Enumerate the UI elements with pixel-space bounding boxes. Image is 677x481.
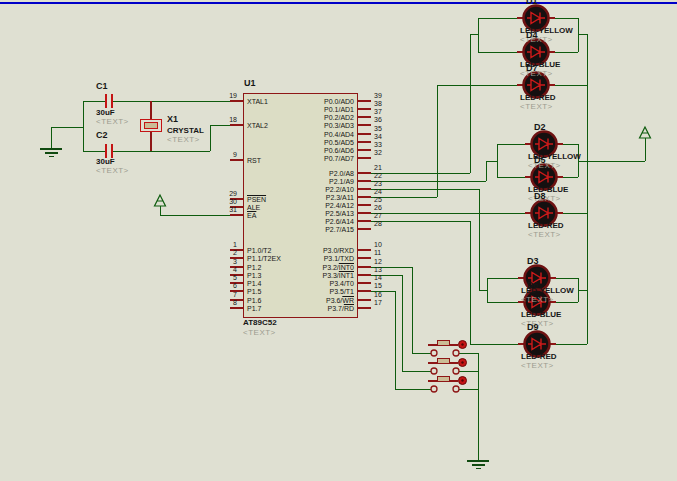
pin-name-right: P2.1/A9 — [250, 178, 354, 185]
pin-name-text: P2.2/A10 — [325, 186, 354, 193]
pin-number-right: 33 — [374, 141, 382, 148]
pin-number-right: 14 — [374, 274, 382, 281]
pin-name-text: P0.6/AD6 — [324, 147, 354, 154]
ground-symbol-buttons[interactable] — [467, 461, 489, 469]
pin-name-text: P3.6/ — [326, 297, 342, 304]
pushbutton-2[interactable] — [428, 359, 467, 375]
cap1-text-placeholder: <TEXT> — [96, 118, 129, 126]
pin-number-left: 2 — [205, 249, 237, 256]
pin-name-text: P0.2/AD2 — [324, 114, 354, 121]
cap2-ref-label: C2 — [96, 131, 108, 140]
pin-number-left: 8 — [205, 299, 237, 306]
led-text-placeholder: <TEXT> — [521, 296, 554, 304]
pin-name-right: P0.1/AD1 — [250, 106, 354, 113]
pin-number-left: 4 — [205, 266, 237, 273]
pin-name-text: P2.5/A13 — [325, 210, 354, 217]
pin-number-right: 11 — [374, 249, 381, 256]
pin-number-right: 37 — [374, 108, 382, 115]
pin-name-right: P2.6/A14 — [250, 218, 354, 225]
pin-name-overbar-text: INT0 — [339, 264, 354, 271]
pin-name-right: P3.6/WR — [250, 297, 354, 304]
pin-name-right: P2.5/A13 — [250, 210, 354, 217]
pin-number-left: 6 — [205, 282, 237, 289]
pin-number-right: 35 — [374, 125, 382, 132]
pin-name-text: P3.7/ — [328, 305, 344, 312]
pin-name-right: P3.5/T1 — [250, 288, 354, 295]
led-ref-label: D6 — [527, 281, 539, 290]
crystal-ref-label: X1 — [167, 115, 178, 124]
led-part-label: LED-RED — [521, 353, 557, 361]
led-ref-label: D1 — [526, 0, 538, 6]
pushbutton-3[interactable] — [428, 377, 467, 393]
led-ref-label: D4 — [526, 31, 538, 40]
pin-number-right: 22 — [374, 172, 382, 179]
pin-number-right: 32 — [374, 149, 382, 156]
pin-name-right: P2.3/A11 — [250, 194, 354, 201]
pin-name-text: P2.6/A14 — [325, 218, 354, 225]
led-ref-label: D9 — [527, 323, 539, 332]
cap1-ref-label: C1 — [96, 82, 108, 91]
pin-name-text: P0.3/AD3 — [324, 122, 354, 129]
pin-name-right: P0.0/AD0 — [250, 98, 354, 105]
pin-name-text: P0.0/AD0 — [324, 98, 354, 105]
pin-number-right: 10 — [374, 241, 382, 248]
pin-number-left: 19 — [205, 92, 237, 99]
led-text-placeholder: <TEXT> — [521, 362, 554, 370]
pin-number-left: 29 — [205, 190, 237, 197]
pin-name-right: P3.4/T0 — [250, 280, 354, 287]
ground-symbol-left[interactable] — [40, 149, 62, 157]
power-arrow-ea[interactable] — [155, 195, 166, 206]
pin-number-right: 16 — [374, 291, 382, 298]
led-text-placeholder: <TEXT> — [528, 231, 561, 239]
pin-name-right: P0.3/AD3 — [250, 122, 354, 129]
pin-number-left: 31 — [205, 206, 237, 213]
pin-number-left: 1 — [205, 241, 237, 248]
led-part-label: LED-RED — [528, 222, 564, 230]
pin-name-right: P0.2/AD2 — [250, 114, 354, 121]
led-ref-label: D2 — [534, 123, 546, 132]
pin-name-text: P2.7/A15 — [325, 226, 354, 233]
pin-name-text: P3.0/RXD — [323, 247, 354, 254]
pin-number-right: 13 — [374, 266, 382, 273]
pin-name-right: P2.2/A10 — [250, 186, 354, 193]
pin-number-right: 21 — [374, 164, 382, 171]
pin-number-right: 39 — [374, 92, 382, 99]
schematic-canvas: U1 AT89C52 <TEXT> C1 30uF <TEXT> C2 30uF… — [0, 0, 677, 481]
pin-name-right: P0.4/AD4 — [250, 131, 354, 138]
pushbutton-1[interactable] — [428, 341, 467, 357]
led-ref-label: D7 — [526, 64, 538, 73]
pin-number-right: 25 — [374, 196, 382, 203]
pin-name-text: P0.5/AD5 — [324, 139, 354, 146]
pin-number-right: 28 — [374, 220, 382, 227]
capacitor-c2[interactable] — [106, 144, 112, 158]
led-part-label: LED-BLUE — [521, 311, 561, 319]
pin-number-right: 34 — [374, 133, 382, 140]
pin-name-right: P2.0/A8 — [250, 170, 354, 177]
pin-name-right: P3.7/RD — [250, 305, 354, 312]
pin-name-text: P3.2/ — [322, 264, 338, 271]
pin-number-right: 26 — [374, 204, 382, 211]
pin-number-left: 9 — [205, 151, 237, 158]
chip-ref-label: U1 — [244, 79, 256, 88]
pin-name-right: P0.6/AD6 — [250, 147, 354, 154]
pin-name-overbar-text: RD — [344, 305, 354, 312]
pin-number-right: 23 — [374, 180, 382, 187]
pin-name-right: P2.7/A15 — [250, 226, 354, 233]
pin-name-text: P3.5/T1 — [329, 288, 354, 295]
crystal-x1[interactable] — [141, 101, 162, 151]
pin-name-text: P0.1/AD1 — [324, 106, 354, 113]
pin-name-text: P0.4/AD4 — [324, 131, 354, 138]
schematic-drawing — [0, 0, 677, 481]
chip-text-placeholder: <TEXT> — [243, 329, 276, 337]
cap2-text-placeholder: <TEXT> — [96, 167, 129, 175]
pin-name-text: P3.3/ — [322, 272, 338, 279]
pin-name-text: P2.1/A9 — [329, 178, 354, 185]
pin-name-right: P2.4/A12 — [250, 202, 354, 209]
power-arrow-vcc[interactable] — [640, 127, 651, 138]
pin-name-text: P3.1/TXD — [324, 255, 354, 262]
pin-number-right: 36 — [374, 116, 382, 123]
pin-name-right: P0.5/AD5 — [250, 139, 354, 146]
capacitor-c1[interactable] — [106, 94, 112, 108]
pin-name-text: P2.0/A8 — [329, 170, 354, 177]
pin-name-right: P0.7/AD7 — [250, 155, 354, 162]
